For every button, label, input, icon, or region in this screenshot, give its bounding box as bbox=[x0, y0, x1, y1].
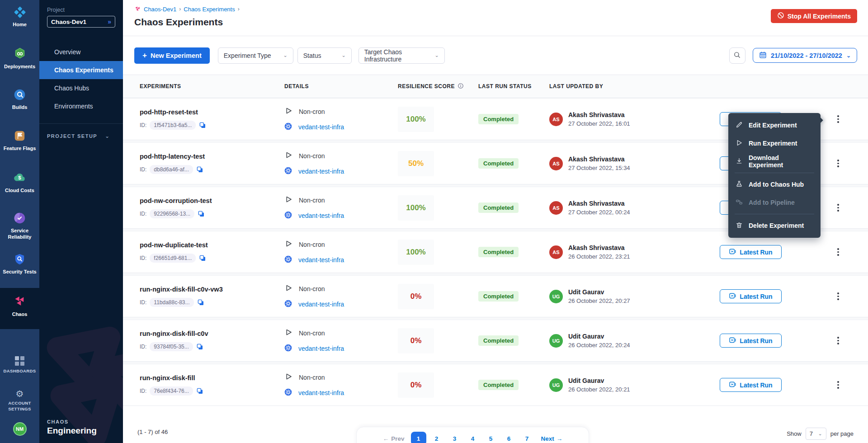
chevron-down-icon: ⌄ bbox=[105, 133, 109, 139]
date-range-button[interactable]: 21/10/2022 - 27/10/2022 ⌄ bbox=[753, 48, 857, 63]
project-setup-toggle[interactable]: PROJECT SETUP ⌄ bbox=[39, 133, 123, 139]
score-cell: 0% bbox=[398, 372, 478, 398]
nav-account-settings[interactable]: ⚙ ACCOUNT SETTINGS bbox=[0, 386, 39, 416]
stop-all-experiments-button[interactable]: Stop All Experiments bbox=[771, 9, 857, 23]
menu-item-add-to-chaos-hub[interactable]: Add to Chaos Hub bbox=[728, 175, 821, 193]
user-name: Udit Gaurav bbox=[568, 377, 630, 384]
kebab-menu-icon[interactable] bbox=[833, 113, 844, 126]
trash-icon bbox=[736, 222, 743, 230]
avatar: AS bbox=[549, 201, 563, 215]
module-chaos[interactable]: Chaos bbox=[0, 288, 39, 329]
builds-icon bbox=[14, 89, 26, 101]
infrastructure-link[interactable]: vedant-test-infra bbox=[298, 168, 344, 175]
module-deployments[interactable]: Deployments bbox=[0, 41, 39, 82]
nav-dashboards[interactable]: DASHBOARDS bbox=[0, 353, 39, 378]
info-icon[interactable] bbox=[458, 83, 464, 90]
status-badge: Completed bbox=[478, 203, 519, 213]
kebab-menu-icon[interactable] bbox=[833, 379, 844, 391]
experiment-id: 1f5471b3-6a5... bbox=[150, 121, 196, 130]
module-cloud-costs[interactable]: $ Cloud Costs bbox=[0, 165, 39, 206]
experiment-id: 76e8f434-76... bbox=[150, 386, 193, 396]
experiment-cell: run-nginx-disk-fill-c0v-vw3 ID: 11bda88c… bbox=[140, 286, 284, 307]
sidebar-item-environments[interactable]: Environments bbox=[39, 97, 123, 115]
page-size-select[interactable]: 7 ⌄ bbox=[806, 428, 826, 440]
page-number-button[interactable]: 7 bbox=[519, 432, 535, 443]
page-number-button[interactable]: 1 bbox=[411, 432, 426, 443]
menu-item-delete-experiment[interactable]: Delete Experiment bbox=[728, 217, 821, 235]
sidebar-item-chaos-experiments[interactable]: Chaos Experiments bbox=[39, 61, 123, 79]
new-experiment-button[interactable]: + New Experiment bbox=[134, 47, 210, 64]
action-cell: Latest Run bbox=[720, 289, 833, 303]
copy-icon[interactable] bbox=[199, 254, 206, 262]
experiment-name[interactable]: run-nginx-disk-fill-c0v bbox=[140, 330, 284, 337]
menu-item-download-experiment[interactable]: Download Experiment bbox=[728, 152, 821, 170]
menu-item-edit-experiment[interactable]: Edit Experiment bbox=[728, 116, 821, 134]
experiment-name[interactable]: run-nginx-disk-fill bbox=[140, 374, 284, 382]
pager: ← Prev 1 2 3 4 5 6 7 Next → bbox=[356, 427, 589, 443]
infrastructure-link[interactable]: vedant-test-infra bbox=[298, 256, 344, 264]
search-button[interactable] bbox=[729, 47, 745, 64]
copy-icon[interactable] bbox=[196, 387, 203, 395]
experiment-name[interactable]: pod-nw-duplicate-test bbox=[140, 241, 284, 249]
status-badge: Completed bbox=[478, 380, 519, 390]
filter-target-infrastructure[interactable]: Target Chaos Infrastructure ⌄ bbox=[359, 47, 445, 64]
experiment-id-row: ID: 93784f05-35... bbox=[140, 342, 284, 351]
filter-status[interactable]: Status ⌄ bbox=[297, 47, 352, 64]
chaos-icon bbox=[13, 294, 27, 308]
id-label: ID: bbox=[140, 255, 146, 261]
sidebar-item-chaos-hubs[interactable]: Chaos Hubs bbox=[39, 79, 123, 97]
kebab-menu-icon[interactable] bbox=[833, 202, 844, 214]
user-name: Akash Shrivastava bbox=[568, 156, 630, 163]
expand-projects-icon[interactable]: » bbox=[108, 18, 111, 25]
experiment-name[interactable]: pod-http-latency-test bbox=[140, 153, 284, 160]
breadcrumb-page[interactable]: Chaos Experiments bbox=[184, 6, 235, 13]
module-feature-flags[interactable]: Feature Flags bbox=[0, 123, 39, 165]
kebab-menu-icon[interactable] bbox=[833, 335, 844, 347]
latest-run-button[interactable]: Latest Run bbox=[720, 245, 782, 259]
project-selector[interactable]: Chaos-Dev1 » bbox=[47, 16, 115, 28]
page-number-button[interactable]: 6 bbox=[501, 432, 517, 443]
page-number-button[interactable]: 2 bbox=[429, 432, 444, 443]
infrastructure-link[interactable]: vedant-test-infra bbox=[298, 301, 344, 308]
infra-line: vedant-test-infra bbox=[284, 300, 398, 309]
user-avatar[interactable]: NM bbox=[13, 422, 27, 436]
latest-run-label: Latest Run bbox=[740, 293, 772, 300]
module-builds[interactable]: Builds bbox=[0, 82, 39, 123]
menu-divider bbox=[735, 173, 814, 173]
latest-run-button[interactable]: Latest Run bbox=[720, 378, 782, 392]
copy-icon[interactable] bbox=[196, 343, 203, 350]
infrastructure-link[interactable]: vedant-test-infra bbox=[298, 123, 344, 131]
kebab-menu-icon[interactable] bbox=[833, 246, 844, 259]
next-page-button[interactable]: Next → bbox=[538, 432, 566, 443]
experiment-name[interactable]: run-nginx-disk-fill-c0v-vw3 bbox=[140, 286, 284, 293]
copy-icon[interactable] bbox=[198, 210, 205, 217]
latest-run-button[interactable]: Latest Run bbox=[720, 334, 782, 348]
experiment-name[interactable]: pod-nw-corruption-test bbox=[140, 197, 284, 204]
module-service-reliability[interactable]: Service Reliability bbox=[0, 206, 39, 247]
page-number-button[interactable]: 3 bbox=[447, 432, 462, 443]
page-number-button[interactable]: 4 bbox=[465, 432, 481, 443]
filter-experiment-type[interactable]: Experiment Type ⌄ bbox=[218, 47, 293, 64]
module-security-tests[interactable]: Security Tests bbox=[0, 247, 39, 288]
chevron-down-icon: ⌄ bbox=[846, 52, 851, 59]
schedule-line: Non-cron bbox=[284, 107, 398, 116]
home-icon bbox=[14, 6, 26, 18]
schedule-type: Non-cron bbox=[299, 152, 325, 160]
latest-run-button[interactable]: Latest Run bbox=[720, 289, 782, 303]
kebab-menu-icon[interactable] bbox=[833, 157, 844, 170]
details-cell: Non-cron vedant-test-infra bbox=[284, 284, 398, 309]
experiment-name[interactable]: pod-http-reset-test bbox=[140, 108, 284, 116]
infrastructure-link[interactable]: vedant-test-infra bbox=[298, 212, 344, 219]
menu-item-run-experiment[interactable]: Run Experiment bbox=[728, 134, 821, 152]
sidebar-item-overview[interactable]: Overview bbox=[39, 43, 123, 61]
copy-icon[interactable] bbox=[196, 166, 203, 173]
kebab-menu-icon[interactable] bbox=[833, 290, 844, 303]
infrastructure-link[interactable]: vedant-test-infra bbox=[298, 345, 344, 352]
copy-icon[interactable] bbox=[199, 122, 206, 129]
breadcrumb-project[interactable]: Chaos-Dev1 bbox=[144, 6, 176, 13]
page-number-button[interactable]: 5 bbox=[483, 432, 499, 443]
infrastructure-link[interactable]: vedant-test-infra bbox=[298, 389, 344, 396]
update-timestamp: 27 October 2022, 16:01 bbox=[568, 120, 630, 127]
copy-icon[interactable] bbox=[197, 299, 204, 306]
module-home[interactable]: Home bbox=[0, 0, 39, 41]
